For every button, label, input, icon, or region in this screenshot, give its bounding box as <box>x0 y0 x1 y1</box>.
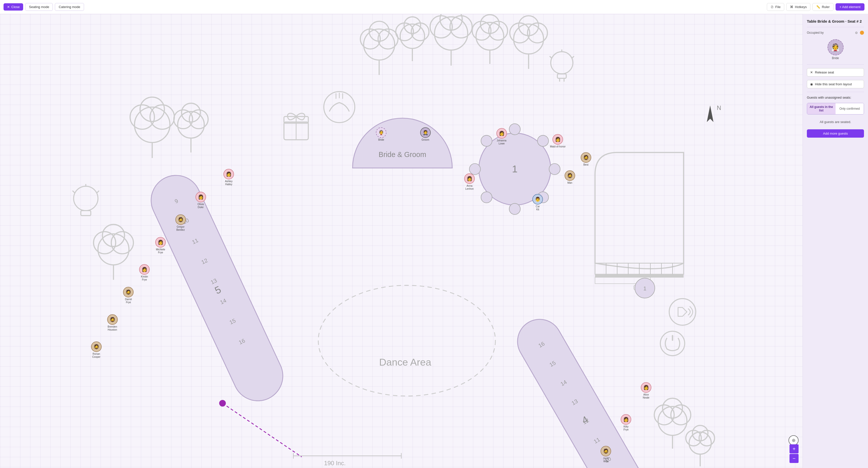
svg-point-117 <box>692 426 708 441</box>
guest-brenden[interactable]: 🧔 BrendenHouston <box>107 314 118 332</box>
svg-point-91 <box>635 278 655 298</box>
kirstin-name: KirstinFrye <box>141 275 148 281</box>
svg-line-45 <box>97 191 99 193</box>
guest-jonly[interactable]: 🧔 JonlyWills <box>600 446 611 463</box>
close-button[interactable]: ✕ Close <box>3 3 23 10</box>
panel-divider-2 <box>807 64 864 65</box>
svg-point-13 <box>440 14 462 30</box>
svg-point-116 <box>699 430 715 446</box>
anna-avatar: 👩 <box>464 174 475 184</box>
svg-point-76 <box>509 203 520 214</box>
guest-ashley[interactable]: 👩 AshleyHatley <box>223 169 234 186</box>
svg-text:9: 9 <box>174 197 179 205</box>
add-element-button[interactable]: + Add element <box>836 3 865 10</box>
guest-man[interactable]: 🧔 Man <box>565 170 575 184</box>
svg-point-112 <box>662 398 682 418</box>
ruler-button[interactable]: 📏 Ruler <box>812 3 833 11</box>
guest-maid[interactable]: 👩 Maid-of-honor <box>550 134 566 148</box>
seating-mode-button[interactable]: Seating mode <box>25 3 53 11</box>
gregor-name: GregorBenitez <box>176 225 185 231</box>
svg-line-46 <box>72 191 75 193</box>
catering-mode-button[interactable]: Catering mode <box>55 3 84 11</box>
hotkeys-button[interactable]: ⌘ Hotkeys <box>786 3 810 11</box>
zoom-controls: + − <box>789 444 799 463</box>
guest-ronan[interactable]: 🧔 RonanCooper <box>91 341 102 358</box>
svg-text:15: 15 <box>548 360 557 368</box>
tab-confirmed[interactable]: Only confirmed <box>836 103 864 114</box>
svg-text:Dance Area: Dance Area <box>379 356 432 368</box>
svg-point-15 <box>476 22 504 50</box>
svg-rect-80 <box>595 263 684 274</box>
svg-point-115 <box>686 430 702 446</box>
guest-car[interactable]: 👨 CarKit <box>532 194 543 211</box>
guest-gregor[interactable]: 🧔 GregorBenitez <box>175 214 186 231</box>
svg-point-22 <box>528 23 548 43</box>
add-more-guests-button[interactable]: Add more guests <box>807 129 864 137</box>
svg-point-33 <box>130 105 154 129</box>
kitty-avatar: 👩 <box>621 414 631 425</box>
svg-point-42 <box>74 186 98 211</box>
right-panel: Table Bride & Groom · Seat # 2 Occupied … <box>803 14 868 468</box>
zoom-in-button[interactable]: + <box>789 444 799 454</box>
best-name: Best <box>584 163 588 166</box>
groom-avatar: 🤵 <box>420 127 431 138</box>
file-icon: 🗋 <box>771 5 774 9</box>
svg-point-39 <box>189 110 208 129</box>
guest-kitty[interactable]: 👩 KittyFrye <box>621 414 631 431</box>
svg-point-79 <box>481 135 492 147</box>
guest-best[interactable]: 🧔 Best <box>581 152 591 166</box>
svg-point-123 <box>219 400 226 406</box>
zoom-out-button[interactable]: − <box>789 454 799 463</box>
occupied-right: ⚙ <box>855 31 864 35</box>
svg-point-74 <box>549 163 560 175</box>
tab-all-guests[interactable]: All guests in the list <box>807 103 836 114</box>
brenden-avatar: 🧔 <box>107 314 118 325</box>
ashley-name: AshleyHatley <box>225 180 232 186</box>
svg-point-4 <box>369 21 389 41</box>
maid-avatar: 👩 <box>553 134 563 145</box>
jonly-name: JonlyWills <box>603 457 609 463</box>
svg-rect-90 <box>634 285 645 290</box>
svg-point-10 <box>434 17 468 50</box>
guest-bride[interactable]: 👰 Bride <box>376 127 386 142</box>
guest-darrel[interactable]: 🧔 DarrelFrye <box>123 287 133 304</box>
guest-anna[interactable]: 👩 AnnaLenhon <box>464 174 475 190</box>
compass-arrow-icon: ⊕ <box>792 438 796 443</box>
gear-icon[interactable]: ⚙ <box>855 31 858 35</box>
brenden-name: BrendenHouston <box>108 325 117 332</box>
svg-point-0 <box>364 29 395 60</box>
alice-name: AliceNeale <box>643 393 649 399</box>
svg-point-11 <box>430 16 452 38</box>
guest-kirstin[interactable]: 👩 KirstinFrye <box>139 264 150 281</box>
file-button[interactable]: 🗋 File <box>767 3 784 11</box>
hide-seat-button[interactable]: ◉ Hide this seat from layout <box>807 80 864 88</box>
guest-michiele[interactable]: 👩 MichieleFrye <box>155 237 166 254</box>
svg-point-37 <box>178 112 204 138</box>
jonly-avatar: 🧔 <box>600 446 611 457</box>
svg-point-55 <box>324 92 355 123</box>
release-seat-button[interactable]: ✕ Release seat <box>807 68 864 76</box>
johanna-avatar: 👩 <box>496 128 507 138</box>
svg-point-95 <box>660 332 685 356</box>
panel-guest-avatar: 👰 <box>828 39 844 55</box>
eye-icon: ◉ <box>810 82 813 86</box>
svg-text:1: 1 <box>512 163 518 175</box>
svg-point-21 <box>510 23 530 43</box>
man-avatar: 🧔 <box>565 170 575 181</box>
svg-rect-59 <box>143 167 291 409</box>
guest-olivia[interactable]: 👩 OliviaDuke <box>195 192 206 209</box>
svg-text:11: 11 <box>592 436 601 445</box>
guest-alice[interactable]: 👩 AliceNeale <box>641 382 651 399</box>
svg-text:Bride & Groom: Bride & Groom <box>379 151 426 158</box>
svg-text:11: 11 <box>191 237 199 245</box>
svg-point-6 <box>396 23 413 40</box>
compass: ⊕ <box>788 435 799 445</box>
seating-canvas[interactable]: 5 9 10 11 12 13 14 15 16 Bride & Groom 1 <box>0 14 803 468</box>
guest-groom[interactable]: 🤵 Groom <box>420 127 431 142</box>
svg-text:16: 16 <box>238 337 246 346</box>
guests-section-label: Guests with unassigned seats: <box>807 96 864 99</box>
svg-text:1: 1 <box>643 285 646 292</box>
panel-guest-name: Bride <box>832 56 839 60</box>
guest-johanna[interactable]: 👩 JohannaLowe <box>496 128 507 145</box>
svg-rect-100 <box>509 311 658 468</box>
